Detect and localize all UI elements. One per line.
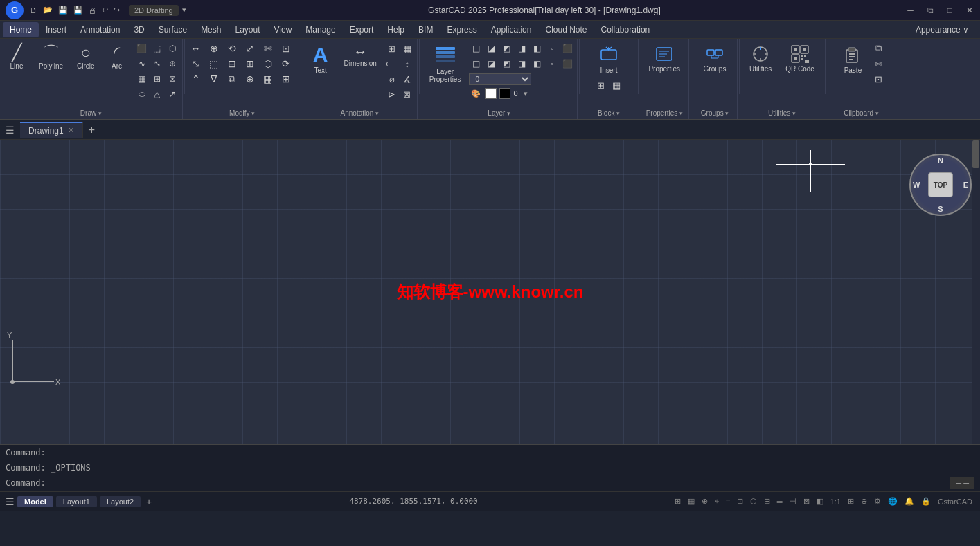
ann-icon-6[interactable]: ∡ bbox=[400, 72, 414, 86]
copy-button[interactable]: ⧉ bbox=[871, 42, 885, 55]
draw-icon-8[interactable]: ⊞ bbox=[150, 72, 164, 86]
ann-icon-2[interactable]: ▦ bbox=[400, 42, 414, 55]
ann-icon-5[interactable]: ⌀ bbox=[385, 72, 399, 86]
draw-icon-9[interactable]: ⊠ bbox=[166, 72, 179, 86]
draw-icon-5[interactable]: ⤡ bbox=[150, 57, 164, 71]
add-tab-button[interactable]: + bbox=[83, 121, 100, 139]
minimize-button[interactable]: ─ bbox=[900, 3, 920, 18]
menu-help[interactable]: Help bbox=[380, 22, 411, 37]
cut-button[interactable]: ✄ bbox=[871, 57, 885, 71]
layer-dropdown[interactable]: 0 bbox=[469, 73, 531, 85]
modify-icon-6[interactable]: ⊡ bbox=[279, 42, 293, 55]
menu-mesh[interactable]: Mesh bbox=[194, 22, 228, 37]
layer-icon-3[interactable]: ◩ bbox=[499, 42, 513, 55]
layer-icon-12[interactable]: ◧ bbox=[530, 57, 544, 71]
menu-3d[interactable]: 3D bbox=[127, 22, 151, 37]
modify-icon-15[interactable]: ⧉ bbox=[225, 72, 239, 86]
osnap-icon[interactable]: ⌗ bbox=[724, 496, 732, 507]
modify-icon-14[interactable]: ∇ bbox=[207, 72, 221, 86]
maximize-button[interactable]: □ bbox=[941, 3, 959, 18]
draw-icon-7[interactable]: ▦ bbox=[135, 72, 149, 86]
redo-icon[interactable]: ↪ bbox=[112, 4, 122, 16]
statusbar-menu[interactable]: ☰ bbox=[6, 496, 15, 507]
qp-icon[interactable]: ⊠ bbox=[801, 496, 812, 507]
modify-icon-12[interactable]: ⟳ bbox=[279, 57, 293, 71]
layer-icon-13[interactable]: ◦ bbox=[545, 57, 559, 71]
modify-icon-9[interactable]: ⊟ bbox=[225, 57, 239, 71]
polyline-button[interactable]: ⌒ Polyline bbox=[33, 42, 69, 73]
paste-button[interactable]: Paste bbox=[837, 42, 868, 77]
menu-home[interactable]: Home bbox=[3, 22, 39, 37]
menu-layout[interactable]: Layout bbox=[228, 22, 267, 37]
draw-icon-10[interactable]: ⬭ bbox=[135, 87, 149, 101]
saveas-icon[interactable]: 💾 bbox=[71, 4, 85, 16]
circle-button[interactable]: ○ Circle bbox=[71, 42, 100, 73]
properties-section-label[interactable]: Properties bbox=[646, 109, 683, 119]
sel-icon[interactable]: ◧ bbox=[814, 496, 826, 507]
workspace-icon[interactable]: ⊞ bbox=[846, 496, 856, 507]
anno-icon[interactable]: 1:1 bbox=[828, 497, 843, 507]
lock-icon[interactable]: 🔒 bbox=[919, 496, 933, 507]
utilities-button[interactable]: Utilities bbox=[744, 42, 777, 75]
text-button[interactable]: A Text bbox=[305, 42, 336, 77]
layer-section-label[interactable]: Layer bbox=[488, 109, 510, 119]
modify-icon-8[interactable]: ⬚ bbox=[207, 57, 221, 71]
insert-button[interactable]: Insert bbox=[592, 42, 625, 77]
menu-insert[interactable]: Insert bbox=[39, 22, 73, 37]
command-input[interactable] bbox=[46, 478, 951, 488]
drawing-tab[interactable]: Drawing1 ✕ bbox=[20, 122, 83, 138]
menu-express[interactable]: Express bbox=[440, 22, 483, 37]
ortho-icon[interactable]: ⊕ bbox=[700, 496, 710, 507]
print-icon[interactable]: 🖨 bbox=[87, 5, 98, 16]
layer-icon-5[interactable]: ◧ bbox=[530, 42, 544, 55]
menu-annotation[interactable]: Annotation bbox=[73, 22, 127, 37]
layer-icon-7[interactable]: ⬛ bbox=[560, 42, 574, 55]
tspace-icon[interactable]: ⊣ bbox=[787, 496, 799, 507]
modify-icon-13[interactable]: ⌃ bbox=[189, 72, 203, 86]
model-tab[interactable]: Model bbox=[17, 496, 53, 507]
save-icon[interactable]: 💾 bbox=[56, 4, 70, 16]
matchprop-button[interactable]: ⊡ bbox=[871, 72, 885, 86]
color-icon[interactable]: 🎨 bbox=[469, 87, 483, 100]
ucs-icon[interactable]: ⊕ bbox=[859, 496, 869, 507]
workspace-arrow[interactable]: ▾ bbox=[180, 4, 188, 16]
network-icon[interactable]: 🌐 bbox=[886, 496, 900, 507]
draw-icon-12[interactable]: ↗ bbox=[166, 87, 179, 101]
modify-icon-5[interactable]: ✄ bbox=[261, 42, 275, 55]
menu-cloud-note[interactable]: Cloud Note bbox=[538, 22, 594, 37]
open-icon[interactable]: 📂 bbox=[41, 4, 55, 16]
polar-icon[interactable]: ⌖ bbox=[713, 496, 721, 507]
modify-icon-2[interactable]: ⊕ bbox=[207, 42, 221, 55]
layer-properties-button[interactable]: LayerProperties bbox=[424, 42, 467, 86]
block-icon-1[interactable]: ⊞ bbox=[594, 78, 608, 92]
modify-icon-4[interactable]: ⤢ bbox=[243, 42, 257, 55]
layer-icon-4[interactable]: ◨ bbox=[515, 42, 528, 55]
modify-icon-18[interactable]: ⊞ bbox=[279, 72, 293, 86]
menu-export[interactable]: Export bbox=[343, 22, 381, 37]
color-swatch-white[interactable] bbox=[485, 88, 497, 99]
view-compass[interactable]: N S E W TOP bbox=[909, 154, 972, 216]
modify-icon-11[interactable]: ⬡ bbox=[261, 57, 275, 71]
layer-icon-14[interactable]: ⬛ bbox=[560, 57, 574, 71]
draw-icon-3[interactable]: ⬡ bbox=[166, 42, 179, 55]
ann-icon-7[interactable]: ⊳ bbox=[385, 87, 399, 101]
block-icon-2[interactable]: ▦ bbox=[609, 78, 623, 92]
notify-icon[interactable]: 🔔 bbox=[902, 496, 916, 507]
layer-expand[interactable]: ▾ bbox=[524, 89, 528, 98]
groups-button[interactable]: Groups bbox=[698, 42, 732, 75]
layout1-tab[interactable]: Layout1 bbox=[56, 496, 97, 507]
snap-icon[interactable]: ⊞ bbox=[672, 496, 683, 507]
close-button[interactable]: ✕ bbox=[959, 3, 980, 18]
grid-icon[interactable]: ▦ bbox=[686, 496, 697, 507]
ann-icon-4[interactable]: ↕ bbox=[400, 57, 414, 71]
draw-icon-2[interactable]: ⬚ bbox=[150, 42, 164, 55]
ducs-icon[interactable]: ⬡ bbox=[748, 496, 759, 507]
menu-bim[interactable]: BIM bbox=[411, 22, 440, 37]
menu-surface[interactable]: Surface bbox=[152, 22, 194, 37]
vscroll-thumb[interactable] bbox=[972, 140, 979, 168]
draw-section-label[interactable]: Draw bbox=[80, 109, 102, 119]
vertical-scrollbar[interactable] bbox=[972, 140, 980, 444]
drawing-canvas[interactable]: 知软博客-www.knowr.cn N S E W TOP Y X bbox=[0, 140, 980, 444]
layer-icon-11[interactable]: ◨ bbox=[515, 57, 528, 71]
modify-icon-16[interactable]: ⊕ bbox=[243, 72, 257, 86]
